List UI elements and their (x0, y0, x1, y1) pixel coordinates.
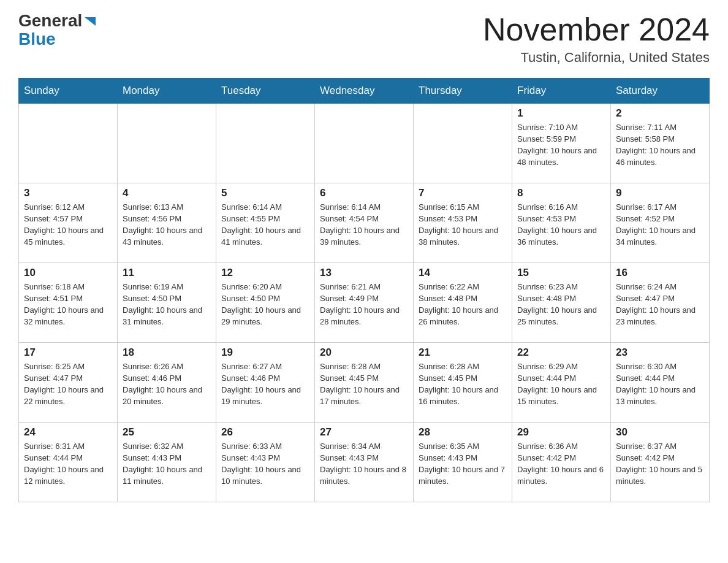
calendar-cell: 28Sunrise: 6:35 AMSunset: 4:43 PMDayligh… (414, 423, 512, 502)
calendar-cell: 17Sunrise: 6:25 AMSunset: 4:47 PMDayligh… (19, 343, 118, 423)
calendar-cell: 10Sunrise: 6:18 AMSunset: 4:51 PMDayligh… (19, 263, 118, 343)
weekday-header-sunday: Sunday (19, 79, 118, 104)
day-info: Sunrise: 6:31 AMSunset: 4:44 PMDaylight:… (24, 441, 112, 487)
calendar-cell: 16Sunrise: 6:24 AMSunset: 4:47 PMDayligh… (611, 263, 710, 343)
day-info: Sunrise: 6:23 AMSunset: 4:48 PMDaylight:… (517, 282, 605, 327)
day-number: 16 (616, 267, 704, 279)
calendar-cell: 21Sunrise: 6:28 AMSunset: 4:45 PMDayligh… (414, 343, 512, 423)
calendar-cell: 11Sunrise: 6:19 AMSunset: 4:50 PMDayligh… (118, 263, 216, 343)
day-info: Sunrise: 6:14 AMSunset: 4:55 PMDaylight:… (221, 202, 309, 248)
day-number: 4 (123, 187, 211, 199)
day-number: 7 (419, 187, 507, 199)
day-number: 11 (123, 267, 211, 279)
day-number: 9 (616, 187, 704, 199)
day-info: Sunrise: 6:36 AMSunset: 4:42 PMDaylight:… (517, 441, 605, 487)
day-info: Sunrise: 6:13 AMSunset: 4:56 PMDaylight:… (123, 202, 211, 248)
calendar-cell: 15Sunrise: 6:23 AMSunset: 4:48 PMDayligh… (512, 263, 611, 343)
day-number: 14 (419, 267, 507, 279)
day-number: 20 (320, 347, 408, 359)
day-info: Sunrise: 6:12 AMSunset: 4:57 PMDaylight:… (24, 202, 112, 248)
weekday-header-friday: Friday (512, 79, 611, 104)
day-info: Sunrise: 7:11 AMSunset: 5:58 PMDaylight:… (616, 122, 704, 168)
day-info: Sunrise: 6:19 AMSunset: 4:50 PMDaylight:… (123, 282, 211, 327)
day-number: 2 (616, 107, 704, 120)
day-number: 13 (320, 267, 408, 279)
calendar-cell: 18Sunrise: 6:26 AMSunset: 4:46 PMDayligh… (118, 343, 216, 423)
day-info: Sunrise: 7:10 AMSunset: 5:59 PMDaylight:… (517, 122, 605, 168)
calendar-cell: 2Sunrise: 7:11 AMSunset: 5:58 PMDaylight… (611, 104, 710, 183)
weekday-header-wednesday: Wednesday (315, 79, 414, 104)
calendar-cell: 23Sunrise: 6:30 AMSunset: 4:44 PMDayligh… (611, 343, 710, 423)
day-number: 27 (320, 426, 408, 439)
calendar-cell: 27Sunrise: 6:34 AMSunset: 4:43 PMDayligh… (315, 423, 414, 502)
day-info: Sunrise: 6:20 AMSunset: 4:50 PMDaylight:… (221, 282, 309, 327)
day-info: Sunrise: 6:24 AMSunset: 4:47 PMDaylight:… (616, 282, 704, 327)
day-number: 28 (419, 426, 507, 439)
calendar-week-row: 17Sunrise: 6:25 AMSunset: 4:47 PMDayligh… (19, 343, 710, 423)
weekday-header-thursday: Thursday (414, 79, 512, 104)
day-number: 26 (221, 426, 309, 439)
day-number: 29 (517, 426, 605, 439)
title-block: November 2024 Tustin, California, United… (483, 12, 710, 66)
day-info: Sunrise: 6:14 AMSunset: 4:54 PMDaylight:… (320, 202, 408, 248)
calendar-cell (118, 104, 216, 183)
calendar-week-row: 3Sunrise: 6:12 AMSunset: 4:57 PMDaylight… (19, 183, 710, 263)
day-info: Sunrise: 6:29 AMSunset: 4:44 PMDaylight:… (517, 361, 605, 407)
location-title: Tustin, California, United States (483, 50, 710, 66)
day-number: 12 (221, 267, 309, 279)
calendar-cell: 26Sunrise: 6:33 AMSunset: 4:43 PMDayligh… (216, 423, 315, 502)
calendar-cell: 5Sunrise: 6:14 AMSunset: 4:55 PMDaylight… (216, 183, 315, 263)
day-info: Sunrise: 6:28 AMSunset: 4:45 PMDaylight:… (320, 361, 408, 407)
page-header: General Blue November 2024 Tustin, Calif… (18, 12, 710, 66)
weekday-header-saturday: Saturday (611, 79, 710, 104)
logo-triangle-icon (83, 15, 97, 28)
calendar-cell: 29Sunrise: 6:36 AMSunset: 4:42 PMDayligh… (512, 423, 611, 502)
calendar-cell (414, 104, 512, 183)
logo-blue-text: Blue (18, 29, 56, 49)
day-number: 23 (616, 347, 704, 359)
calendar-week-row: 24Sunrise: 6:31 AMSunset: 4:44 PMDayligh… (19, 423, 710, 502)
day-info: Sunrise: 6:30 AMSunset: 4:44 PMDaylight:… (616, 361, 704, 407)
day-number: 10 (24, 267, 112, 279)
calendar-cell: 30Sunrise: 6:37 AMSunset: 4:42 PMDayligh… (611, 423, 710, 502)
day-info: Sunrise: 6:35 AMSunset: 4:43 PMDaylight:… (419, 441, 507, 487)
calendar-table: SundayMondayTuesdayWednesdayThursdayFrid… (18, 78, 710, 502)
day-number: 5 (221, 187, 309, 199)
month-title: November 2024 (483, 12, 710, 47)
day-number: 3 (24, 187, 112, 199)
day-number: 1 (517, 107, 605, 120)
day-number: 17 (24, 347, 112, 359)
day-number: 18 (123, 347, 211, 359)
calendar-cell: 14Sunrise: 6:22 AMSunset: 4:48 PMDayligh… (414, 263, 512, 343)
calendar-cell: 13Sunrise: 6:21 AMSunset: 4:49 PMDayligh… (315, 263, 414, 343)
day-number: 19 (221, 347, 309, 359)
calendar-week-row: 1Sunrise: 7:10 AMSunset: 5:59 PMDaylight… (19, 104, 710, 183)
logo-general-text: General (18, 12, 82, 29)
weekday-header-tuesday: Tuesday (216, 79, 315, 104)
day-number: 21 (419, 347, 507, 359)
logo: General Blue (18, 12, 97, 49)
calendar-cell: 9Sunrise: 6:17 AMSunset: 4:52 PMDaylight… (611, 183, 710, 263)
svg-marker-0 (85, 17, 96, 26)
day-number: 22 (517, 347, 605, 359)
day-info: Sunrise: 6:33 AMSunset: 4:43 PMDaylight:… (221, 441, 309, 487)
day-info: Sunrise: 6:18 AMSunset: 4:51 PMDaylight:… (24, 282, 112, 327)
calendar-cell: 20Sunrise: 6:28 AMSunset: 4:45 PMDayligh… (315, 343, 414, 423)
calendar-cell: 8Sunrise: 6:16 AMSunset: 4:53 PMDaylight… (512, 183, 611, 263)
day-info: Sunrise: 6:28 AMSunset: 4:45 PMDaylight:… (419, 361, 507, 407)
day-info: Sunrise: 6:15 AMSunset: 4:53 PMDaylight:… (419, 202, 507, 248)
weekday-header-monday: Monday (118, 79, 216, 104)
day-info: Sunrise: 6:16 AMSunset: 4:53 PMDaylight:… (517, 202, 605, 248)
day-number: 8 (517, 187, 605, 199)
calendar-cell (19, 104, 118, 183)
day-number: 24 (24, 426, 112, 439)
day-info: Sunrise: 6:32 AMSunset: 4:43 PMDaylight:… (123, 441, 211, 487)
day-info: Sunrise: 6:27 AMSunset: 4:46 PMDaylight:… (221, 361, 309, 407)
day-info: Sunrise: 6:25 AMSunset: 4:47 PMDaylight:… (24, 361, 112, 407)
weekday-header-row: SundayMondayTuesdayWednesdayThursdayFrid… (19, 79, 710, 104)
day-info: Sunrise: 6:22 AMSunset: 4:48 PMDaylight:… (419, 282, 507, 327)
day-info: Sunrise: 6:21 AMSunset: 4:49 PMDaylight:… (320, 282, 408, 327)
day-number: 25 (123, 426, 211, 439)
calendar-week-row: 10Sunrise: 6:18 AMSunset: 4:51 PMDayligh… (19, 263, 710, 343)
day-number: 30 (616, 426, 704, 439)
